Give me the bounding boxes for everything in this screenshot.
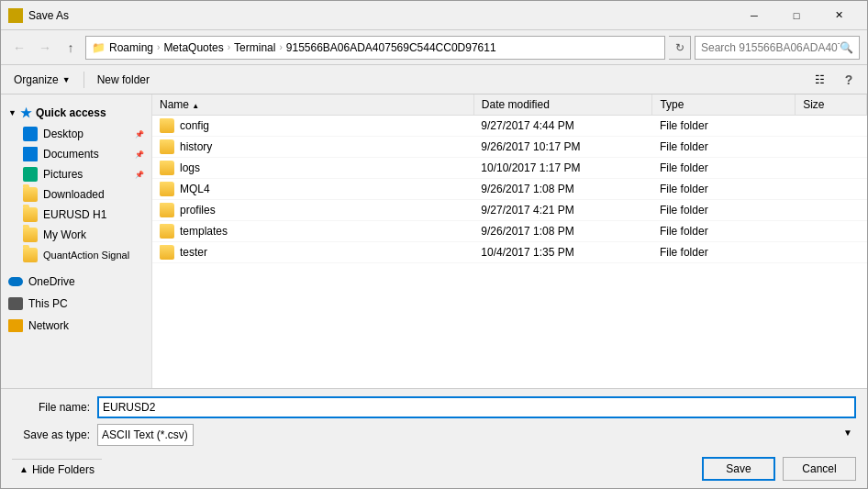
saveastype-label: Save as type:	[12, 428, 90, 441]
file-date: 10/10/2017 1:17 PM	[473, 158, 652, 179]
file-name-cell: logs	[152, 158, 473, 179]
sidebar-network-label: Network	[28, 319, 69, 332]
file-size	[796, 200, 867, 221]
file-date: 9/26/2017 10:17 PM	[473, 137, 652, 158]
back-button[interactable]: ←	[8, 37, 30, 59]
col-type[interactable]: Type	[652, 94, 796, 116]
crumb-metaquotes: MetaQuotes	[163, 41, 223, 54]
up-button[interactable]: ↑	[60, 37, 82, 59]
onedrive-icon	[8, 277, 23, 286]
sidebar-pictures-label: Pictures	[43, 168, 83, 181]
view-button[interactable]: ☷	[808, 69, 830, 91]
sidebar-item-thispc[interactable]: This PC	[1, 295, 151, 313]
file-size	[796, 179, 867, 200]
file-date: 10/4/2017 1:35 PM	[473, 242, 652, 263]
sidebar-item-quantaction[interactable]: QuantAction Signal	[1, 245, 151, 265]
maximize-button[interactable]: □	[775, 1, 818, 30]
documents-icon	[23, 147, 38, 161]
toolbar-separator	[83, 72, 84, 88]
file-table-body: config 9/27/2017 4:44 PM File folder his…	[152, 116, 867, 263]
file-name: history	[180, 140, 212, 153]
title-bar: Save As ─ □ ✕	[1, 1, 867, 30]
table-row[interactable]: profiles 9/27/2017 4:21 PM File folder	[152, 200, 867, 221]
col-name[interactable]: Name ▲	[152, 94, 473, 116]
file-name: profiles	[180, 204, 216, 217]
filetype-wrapper: ASCII Text (*.csv) ▼	[97, 424, 856, 446]
sidebar-mywork-label: My Work	[43, 228, 86, 241]
folder-icon	[160, 161, 174, 175]
table-row[interactable]: logs 10/10/2017 1:17 PM File folder	[152, 158, 867, 179]
pin-icon2: 📌	[135, 150, 144, 159]
sidebar-item-desktop[interactable]: Desktop 📌	[1, 124, 151, 144]
table-row[interactable]: MQL4 9/26/2017 1:08 PM File folder	[152, 179, 867, 200]
hide-folders-button[interactable]: ▲ Hide Folders	[12, 459, 102, 480]
sidebar-quantaction-label: QuantAction Signal	[43, 250, 129, 261]
sidebar-onedrive-label: OneDrive	[28, 275, 75, 288]
file-date: 9/27/2017 4:21 PM	[473, 200, 652, 221]
sidebar-item-network[interactable]: Network	[1, 317, 151, 335]
folder-icon-mywork	[23, 228, 38, 242]
minimize-button[interactable]: ─	[733, 1, 775, 30]
file-name-cell: profiles	[152, 200, 473, 221]
cancel-button[interactable]: Cancel	[783, 457, 856, 481]
refresh-button[interactable]: ↻	[669, 36, 691, 60]
forward-button[interactable]: →	[34, 37, 56, 59]
cancel-label: Cancel	[802, 462, 836, 475]
sidebar-eurusd-label: EURUSD H1	[43, 208, 106, 221]
desktop-icon	[23, 127, 38, 141]
sidebar-item-downloaded[interactable]: Downloaded	[1, 184, 151, 205]
file-date: 9/27/2017 4:44 PM	[473, 116, 652, 137]
quick-access-chevron: ▼	[8, 108, 17, 117]
table-row[interactable]: templates 9/26/2017 1:08 PM File folder	[152, 221, 867, 242]
command-toolbar: Organize ▼ New folder ☷ ?	[1, 65, 867, 94]
file-name-cell: MQL4	[152, 179, 473, 200]
save-button[interactable]: Save	[702, 457, 775, 481]
network-icon	[8, 319, 23, 332]
window-controls: ─ □ ✕	[733, 1, 860, 30]
folder-icon	[160, 224, 174, 239]
folder-icon	[160, 182, 174, 196]
col-type-label: Type	[660, 98, 684, 111]
sidebar-item-mywork[interactable]: My Work	[1, 225, 151, 245]
file-size	[796, 221, 867, 242]
table-row[interactable]: config 9/27/2017 4:44 PM File folder	[152, 116, 867, 137]
file-list-area: Name ▲ Date modified Type Size	[152, 94, 867, 388]
hide-folders-chevron: ▲	[19, 464, 28, 474]
organize-chevron: ▼	[62, 75, 71, 84]
search-icon: 🔍	[840, 41, 853, 54]
col-size[interactable]: Size	[796, 94, 867, 116]
pc-icon	[8, 297, 23, 310]
file-type: File folder	[652, 200, 796, 221]
organize-label: Organize	[14, 73, 59, 86]
close-button[interactable]: ✕	[818, 1, 860, 30]
search-input[interactable]	[701, 41, 840, 54]
filename-input[interactable]	[97, 396, 856, 418]
col-date[interactable]: Date modified	[473, 94, 652, 116]
file-date: 9/26/2017 1:08 PM	[473, 221, 652, 242]
table-row[interactable]: history 9/26/2017 10:17 PM File folder	[152, 137, 867, 158]
file-name-cell: templates	[152, 221, 473, 242]
file-table: Name ▲ Date modified Type Size	[152, 94, 867, 263]
sidebar-item-eurusd[interactable]: EURUSD H1	[1, 205, 151, 225]
file-type: File folder	[652, 179, 796, 200]
file-name-cell: config	[152, 116, 473, 137]
organize-button[interactable]: Organize ▼	[8, 72, 76, 88]
file-name: tester	[180, 246, 207, 259]
save-as-dialog: Save As ─ □ ✕ ← → ↑ 📁 Roaming › MetaQuot…	[0, 0, 868, 489]
breadcrumb: Roaming › MetaQuotes › Terminal › 915566…	[109, 41, 496, 54]
crumb-terminal: Terminal	[234, 41, 275, 54]
table-row[interactable]: tester 10/4/2017 1:35 PM File folder	[152, 242, 867, 263]
new-folder-button[interactable]: New folder	[92, 72, 155, 88]
hide-folders-label: Hide Folders	[32, 463, 95, 476]
file-name: templates	[180, 225, 228, 238]
filetype-select[interactable]: ASCII Text (*.csv)	[97, 424, 194, 446]
quick-access-header[interactable]: ▼ ★ Quick access	[1, 102, 151, 124]
file-name-cell: tester	[152, 242, 473, 263]
sidebar-item-onedrive[interactable]: OneDrive	[1, 272, 151, 291]
help-button[interactable]: ?	[838, 69, 860, 91]
address-bar[interactable]: 📁 Roaming › MetaQuotes › Terminal › 9155…	[85, 36, 665, 60]
folder-icon-eurusd	[23, 207, 38, 222]
sidebar-item-pictures[interactable]: Pictures 📌	[1, 164, 151, 184]
sidebar-item-documents[interactable]: Documents 📌	[1, 144, 151, 164]
sidebar-thispc-label: This PC	[28, 297, 68, 310]
